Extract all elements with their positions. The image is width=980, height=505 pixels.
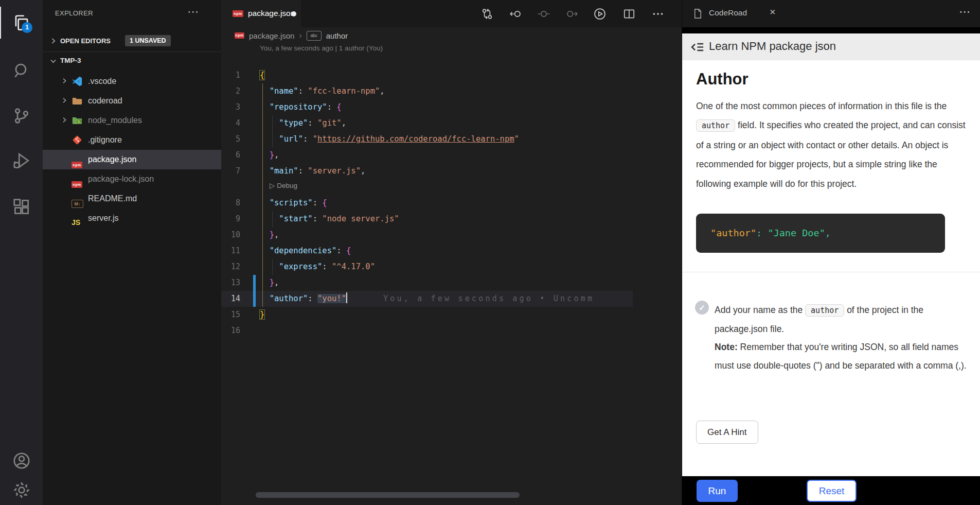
svg-text:JS: JS — [78, 120, 81, 123]
activity-bar: 1 — [0, 0, 43, 505]
line-number[interactable]: 9 — [221, 211, 240, 227]
npm-icon: npm — [72, 162, 82, 168]
code-line-10[interactable]: 10}, — [221, 227, 633, 243]
task-description: Add your name as the author of the proje… — [715, 301, 969, 375]
inline-code-chip: author — [696, 119, 735, 132]
coderoad-panel: CodeRoad × ⋯ Learn NPM package json Auth… — [682, 0, 980, 505]
chevron-right-icon — [60, 96, 68, 105]
tree-item-server.js[interactable]: JSserver.js — [43, 208, 221, 228]
code-line-2[interactable]: 2"name": "fcc-learn-npm", — [221, 83, 633, 99]
tree-item-label: node_modules — [88, 111, 142, 130]
sidebar-item-extensions[interactable] — [0, 186, 43, 225]
sidebar-item-search[interactable] — [0, 50, 43, 89]
panel-bottom-bar: Run Reset — [682, 476, 980, 505]
panel-tab-bar: CodeRoad × ⋯ — [682, 0, 980, 27]
line-number[interactable]: 8 — [221, 195, 240, 211]
open-editors-section[interactable]: OPEN EDITORS 1 UNSAVED — [43, 32, 221, 52]
tree-item-label: .gitignore — [88, 130, 122, 150]
settings-button[interactable] — [0, 469, 43, 505]
explorer-more-actions-icon[interactable]: ⋯ — [187, 5, 200, 19]
line-number[interactable]: 13 — [221, 275, 240, 291]
search-icon — [12, 61, 31, 80]
git-icon — [72, 134, 83, 146]
node-modules-folder-icon: JS — [72, 115, 83, 126]
run-button[interactable]: Run — [697, 480, 738, 502]
lesson-title: Learn NPM package json — [709, 40, 836, 53]
debug-icon — [12, 151, 31, 170]
divider — [682, 272, 980, 272]
tree-item-README.md[interactable]: M↓README.md — [43, 189, 221, 208]
line-number[interactable]: 16 — [221, 323, 240, 339]
panel-more-actions-icon[interactable]: ⋯ — [959, 5, 971, 19]
line-number[interactable]: 2 — [221, 83, 240, 99]
tree-item-package-lock.json[interactable]: npmpackage-lock.json — [43, 169, 221, 189]
sidebar-item-source-control[interactable] — [0, 95, 43, 134]
code-line-8[interactable]: 8"scripts": { — [221, 195, 633, 211]
tree-item-.vscode[interactable]: .vscode — [43, 72, 221, 91]
code-line-13[interactable]: 13}, — [221, 275, 633, 291]
line-number[interactable]: 12 — [221, 259, 240, 275]
line-number[interactable]: 7 — [221, 163, 240, 179]
explorer-sidebar: EXPLORER ⋯ OPEN EDITORS 1 UNSAVED TMP-3 … — [43, 0, 221, 505]
code-editor[interactable]: You, a few seconds ago | 1 author (You) … — [221, 0, 633, 489]
line-number[interactable]: 4 — [221, 115, 240, 131]
root-folder-label: TMP-3 — [60, 57, 81, 64]
codelens-debug[interactable]: ▷ Debug — [270, 179, 424, 195]
explorer-title: EXPLORER — [55, 9, 93, 17]
line-number[interactable]: 14 — [221, 291, 240, 307]
active-indicator — [0, 7, 1, 39]
tree-item-node_modules[interactable]: JSnode_modules — [43, 111, 221, 130]
line-number[interactable]: 6 — [221, 147, 240, 163]
folder-icon — [72, 95, 83, 107]
horizontal-scrollbar[interactable] — [256, 492, 520, 498]
sidebar-item-run-debug[interactable] — [0, 140, 43, 179]
tree-item-label: README.md — [88, 189, 137, 208]
inline-blame: You, a few seconds ago • Uncomm — [383, 294, 594, 303]
coderoad-header[interactable]: Learn NPM package json — [682, 33, 980, 60]
code-line-15[interactable]: 15} — [221, 307, 633, 323]
code-line-4[interactable]: 4"type": "git", — [221, 115, 633, 131]
tree-root-folder[interactable]: TMP-3 — [43, 51, 221, 71]
open-editors-label: OPEN EDITORS — [60, 37, 111, 45]
line-number[interactable]: 3 — [221, 99, 240, 115]
line-number[interactable]: 10 — [221, 227, 240, 243]
example-code-block: "author": "Jane Doe", — [696, 214, 945, 253]
tree-item-package.json[interactable]: npmpackage.json — [43, 150, 221, 169]
source-control-icon — [12, 106, 31, 126]
reset-button[interactable]: Reset — [807, 480, 857, 502]
unsaved-badge: 1 UNSAVED — [125, 35, 171, 46]
code-line-11[interactable]: 11"dependencies": { — [221, 243, 633, 259]
back-to-lessons-icon[interactable] — [689, 39, 705, 55]
close-icon[interactable]: × — [770, 6, 776, 18]
code-line-6[interactable]: 6}, — [221, 147, 633, 163]
play-outline-icon: ▷ — [270, 182, 277, 189]
inline-code-chip: author — [805, 304, 844, 317]
tree-item-label: package.json — [88, 150, 136, 169]
tree-item-label: .vscode — [88, 72, 116, 91]
tree-item-.gitignore[interactable]: .gitignore — [43, 130, 221, 150]
line-number[interactable]: 5 — [221, 131, 240, 147]
more-actions-icon[interactable] — [651, 7, 665, 21]
extensions-icon — [12, 197, 31, 217]
code-line-16[interactable]: 16 — [221, 323, 633, 339]
account-icon — [12, 451, 31, 471]
document-icon — [692, 8, 704, 20]
code-line-9[interactable]: 9"start": "node server.js" — [221, 211, 633, 227]
vscode-icon — [72, 76, 83, 87]
code-line-14[interactable]: 14"author": "you!"You, a few seconds ago… — [221, 291, 633, 307]
sidebar-item-explorer[interactable]: 1 — [0, 3, 43, 42]
tree-item-coderoad[interactable]: coderoad — [43, 91, 221, 111]
get-hint-button[interactable]: Get A Hint — [696, 421, 758, 444]
code-line-7[interactable]: 7"main": "server.js", — [221, 163, 633, 179]
text-cursor — [346, 292, 347, 303]
line-number[interactable]: 15 — [221, 307, 240, 323]
code-line-1[interactable]: 1{ — [221, 67, 633, 83]
line-number[interactable]: 11 — [221, 243, 240, 259]
code-line-3[interactable]: 3"repository": { — [221, 99, 633, 115]
tab-coderoad[interactable]: CodeRoad — [709, 8, 747, 18]
code-line-12[interactable]: 12"express": "^4.17.0" — [221, 259, 633, 275]
chevron-right-icon — [60, 77, 68, 85]
code-line-5[interactable]: 5"url": "https://github.com/coderoad/fcc… — [221, 131, 633, 147]
chevron-right-icon — [60, 116, 68, 124]
line-number[interactable]: 1 — [221, 67, 240, 83]
